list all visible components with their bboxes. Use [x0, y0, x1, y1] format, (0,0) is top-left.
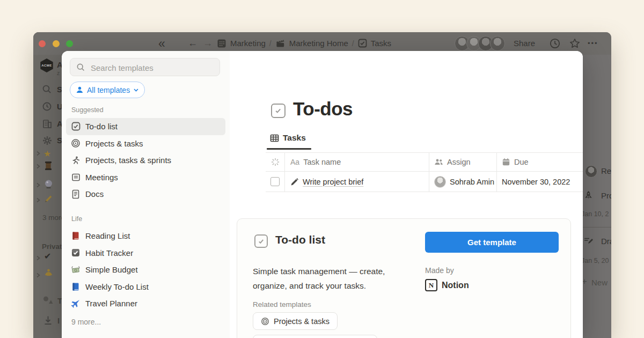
workspace-subtitle: z [57, 70, 60, 76]
person-name-fragment: Rebe [601, 166, 611, 175]
template-item-label: Simple Budget [85, 265, 138, 274]
template-item-reading-list[interactable]: Reading List [66, 227, 225, 245]
tab-tasks[interactable]: Tasks [270, 133, 306, 143]
template-item-label: Travel Planner [85, 299, 137, 308]
search-input[interactable] [90, 58, 215, 77]
template-item-weekly-todo-list[interactable]: Weekly To-do List [66, 278, 225, 296]
template-item-simple-budget[interactable]: Simple Budget [66, 261, 225, 278]
template-item-todo-list[interactable]: To-do list [66, 118, 225, 135]
assignee-cell[interactable]: Sohrab Amin [429, 172, 497, 192]
template-item-projects-tasks[interactable]: Projects & tasks [66, 135, 225, 152]
breadcrumb-separator: / [269, 39, 272, 48]
note-icon [71, 172, 80, 182]
template-checkbox-icon [254, 234, 268, 248]
related-template-partial[interactable] [253, 335, 377, 338]
breadcrumb-item[interactable]: Marketing [230, 39, 266, 48]
search-icon[interactable] [42, 84, 52, 94]
teamspaces-building-icon[interactable] [42, 119, 53, 129]
related-templates-label: Related templates [253, 300, 311, 308]
sidebar-item-import[interactable]: I [57, 316, 60, 325]
made-by-label: Made by [425, 266, 454, 275]
template-item-meetings[interactable]: Meetings [66, 169, 225, 186]
tab-label: Tasks [283, 133, 306, 143]
chevron-right-icon[interactable] [35, 164, 41, 169]
checkbox-column-header[interactable] [266, 153, 285, 171]
more-options-icon[interactable]: ••• [588, 39, 598, 47]
teamspaces-more-label[interactable]: 3 more... [42, 214, 62, 222]
column-header-due[interactable]: Due [497, 153, 583, 171]
table-view-icon [270, 134, 279, 143]
template-item-label: Reading List [85, 231, 130, 240]
column-header-task-name[interactable]: Aa Task name [285, 153, 429, 171]
zoom-window-button[interactable] [66, 40, 73, 47]
chevron-right-icon[interactable] [35, 255, 41, 261]
meditating-person-icon[interactable] [44, 268, 53, 277]
table-row: Write project brief Sohrab Amin November… [266, 172, 583, 192]
task-title[interactable]: Write project brief [303, 178, 363, 186]
new-button-label[interactable]: New [591, 278, 608, 287]
star-emoji-icon[interactable]: ★ [43, 149, 51, 159]
author-row[interactable]: N Notion [425, 279, 469, 291]
template-item-label: Docs [85, 189, 104, 199]
template-item-habit-tracker[interactable]: Habit Tracker [66, 245, 225, 262]
related-template-projects-tasks[interactable]: Projects & tasks [253, 312, 338, 330]
template-item-projects-tasks-sprints[interactable]: Projects, tasks & sprints [66, 152, 225, 169]
column-header-assign[interactable]: Assign [429, 153, 497, 171]
chevron-right-icon[interactable] [35, 197, 41, 203]
person-avatar [585, 165, 597, 178]
pencil-emoji-icon[interactable] [44, 194, 53, 203]
templates-shapes-icon[interactable] [42, 295, 53, 305]
crystal-ball-icon[interactable] [44, 179, 53, 189]
tasks-table: Aa Task name Assign Due [266, 152, 583, 192]
back-icon[interactable]: ← [188, 38, 197, 49]
page-title-fragment: Pro [601, 191, 611, 200]
due-date-cell[interactable]: November 30, 2022 [497, 172, 583, 192]
sidebar-collapse-icon[interactable]: « [158, 36, 165, 51]
checkmark-emoji-icon[interactable]: ✔ [44, 251, 51, 261]
settings-gear-icon[interactable] [42, 135, 53, 146]
life-list: Reading List Habit Tracker Simple Budget [62, 227, 230, 312]
chevron-right-icon[interactable] [35, 151, 41, 156]
template-item-label: Weekly To-do List [85, 282, 149, 291]
airplane-icon [71, 299, 80, 308]
template-search [70, 58, 220, 76]
template-description: Simple task management — create, organiz… [253, 264, 390, 293]
breadcrumb-item[interactable]: Tasks [371, 39, 391, 48]
page-title: To-dos [293, 98, 353, 120]
template-filter-dropdown[interactable]: All templates [70, 82, 145, 98]
task-name-cell[interactable]: Write project brief [285, 172, 429, 192]
import-download-icon[interactable] [43, 315, 53, 325]
updates-clock-icon[interactable] [549, 38, 561, 49]
card-divider [581, 227, 611, 227]
red-book-icon [71, 231, 80, 241]
tasks-checkbox-icon [358, 39, 367, 48]
forward-icon[interactable]: → [203, 38, 213, 49]
life-more-label[interactable]: 9 more... [71, 318, 101, 326]
row-checkbox[interactable] [270, 177, 280, 186]
active-tab-underline [267, 148, 311, 150]
screen: « ← → Marketing / Marketing Home / Tasks… [0, 0, 644, 338]
target-icon [261, 317, 269, 326]
minimize-window-button[interactable] [53, 40, 60, 47]
close-window-button[interactable] [39, 40, 46, 47]
blue-book-icon [71, 282, 80, 291]
breadcrumb-item[interactable]: Marketing Home [289, 39, 348, 48]
chevron-right-icon[interactable] [35, 273, 41, 278]
updates-icon[interactable] [42, 101, 52, 112]
chevron-right-icon[interactable] [35, 182, 41, 188]
template-item-travel-planner[interactable]: Travel Planner [66, 295, 225, 312]
thread-spool-icon[interactable] [44, 161, 53, 171]
template-preview: To-dos Tasks Aa Task name [230, 51, 583, 338]
avatar[interactable] [490, 36, 505, 51]
template-item-label: Habit Tracker [85, 248, 133, 258]
target-icon [71, 138, 80, 148]
table-header-row: Aa Task name Assign Due [266, 152, 583, 172]
share-button[interactable]: Share [514, 39, 535, 48]
row-checkbox-cell[interactable] [266, 172, 285, 192]
favorite-star-icon[interactable] [569, 38, 581, 49]
burst-icon [271, 158, 280, 166]
get-template-button[interactable]: Get template [425, 232, 559, 253]
templates-sidebar: All templates Suggested To-do list [62, 51, 230, 338]
template-item-docs[interactable]: Docs [66, 186, 225, 203]
page-checkbox-icon [271, 104, 286, 118]
